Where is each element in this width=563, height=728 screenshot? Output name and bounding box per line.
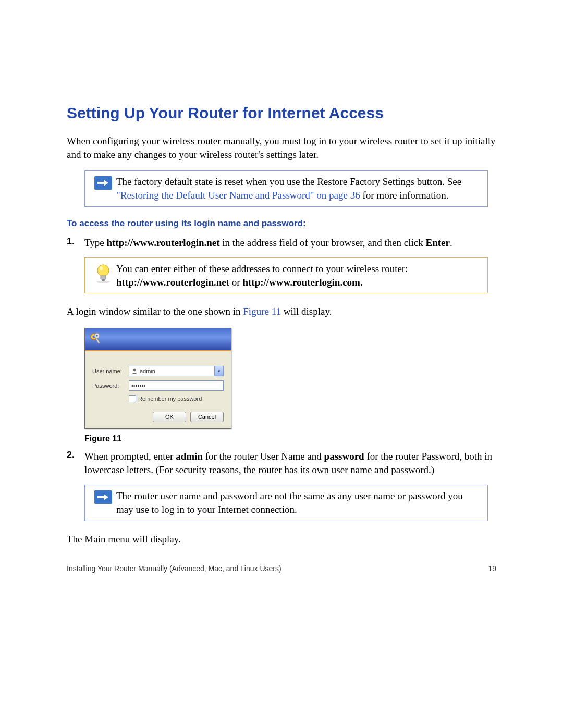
step-1: 1. Type http://www.routerlogin.net in th… <box>67 236 496 250</box>
step-number: 1. <box>67 236 84 250</box>
cross-ref-link[interactable]: "Restoring the Default User Name and Pas… <box>116 190 360 201</box>
user-icon <box>131 368 138 374</box>
figure-caption: Figure 11 <box>84 434 496 443</box>
svg-point-9 <box>96 335 98 337</box>
password-value: ••••••• <box>131 382 145 389</box>
note-credentials-text: The router user name and password are no… <box>116 489 480 516</box>
login-dialog-titlebar <box>85 328 231 351</box>
svg-rect-2 <box>101 276 106 279</box>
username-field[interactable]: admin ▾ <box>129 366 224 376</box>
svg-point-1 <box>100 266 103 270</box>
note-text-post: for more information. <box>360 190 449 201</box>
remember-password-checkbox[interactable]: Remember my password <box>129 395 224 402</box>
step-1-text-post: . <box>450 237 452 248</box>
svg-point-10 <box>133 369 136 372</box>
password-bold: password <box>324 451 364 462</box>
step-2: 2. When prompted, enter admin for the ro… <box>67 450 496 476</box>
admin-bold: admin <box>176 451 203 462</box>
step-1-body: Type http://www.routerlogin.net in the a… <box>84 236 496 250</box>
note-credentials: The router user name and password are no… <box>84 485 488 521</box>
tip-url-a: http://www.routerlogin.net <box>116 277 229 288</box>
enter-bold: Enter <box>426 237 450 248</box>
url-bold: http://www.routerlogin.net <box>106 237 219 248</box>
remember-label: Remember my password <box>138 396 202 402</box>
checkbox-icon <box>129 395 136 402</box>
after-tip-paragraph: A login window similar to the one shown … <box>67 305 496 318</box>
footer-page-number: 19 <box>488 564 496 573</box>
arrow-icon <box>90 175 116 202</box>
svg-point-4 <box>96 281 110 283</box>
after-note2: The Main menu will display. <box>67 533 496 546</box>
tip-sep: or <box>229 277 242 288</box>
tip-line1: You can enter either of these addresses … <box>116 263 408 274</box>
password-label: Password: <box>92 382 129 389</box>
login-dialog-body: User name: admin ▾ Password: ••••••• <box>85 351 231 428</box>
page-footer: Installing Your Router Manually (Advance… <box>67 564 496 573</box>
after-tip-post: will display. <box>281 306 332 317</box>
password-field[interactable]: ••••••• <box>129 380 224 391</box>
after-tip-pre: A login window similar to the one shown … <box>67 306 243 317</box>
cancel-button[interactable]: Cancel <box>190 412 224 422</box>
login-dialog: User name: admin ▾ Password: ••••••• <box>84 328 231 429</box>
dropdown-icon[interactable]: ▾ <box>214 366 223 376</box>
figure-link[interactable]: Figure 11 <box>243 306 281 317</box>
step-2-mid1: for the router User Name and <box>203 451 324 462</box>
note-text-pre: The factory default state is reset when … <box>116 176 461 187</box>
procedure-subhead: To access the router using its login nam… <box>67 218 496 229</box>
footer-chapter: Installing Your Router Manually (Advance… <box>67 564 282 573</box>
step-1-text: Type <box>84 237 106 248</box>
lightbulb-icon <box>90 262 116 289</box>
intro-paragraph: When configuring your wireless router ma… <box>67 134 496 161</box>
note-factory-reset-text: The factory default state is reset when … <box>116 175 480 202</box>
ok-button[interactable]: OK <box>153 412 186 422</box>
figure-login-dialog: User name: admin ▾ Password: ••••••• <box>84 328 496 429</box>
document-page: Setting Up Your Router for Internet Acce… <box>0 0 563 604</box>
svg-point-0 <box>97 265 109 276</box>
username-value: admin <box>140 368 155 374</box>
step-2-body: When prompted, enter admin for the route… <box>84 450 496 476</box>
step-2-pre: When prompted, enter <box>84 451 176 462</box>
arrow-icon <box>90 489 116 516</box>
username-label: User name: <box>92 368 129 374</box>
page-heading: Setting Up Your Router for Internet Acce… <box>67 104 496 122</box>
keys-icon <box>89 332 104 347</box>
tip-addresses: You can enter either of these addresses … <box>84 257 488 293</box>
step-number: 2. <box>67 450 84 476</box>
note-factory-reset: The factory default state is reset when … <box>84 170 488 206</box>
tip-addresses-text: You can enter either of these addresses … <box>116 262 480 289</box>
tip-url-b: http://www.routerlogin.com. <box>242 277 362 288</box>
step-1-text-mid: in the address field of your browser, an… <box>220 237 426 248</box>
